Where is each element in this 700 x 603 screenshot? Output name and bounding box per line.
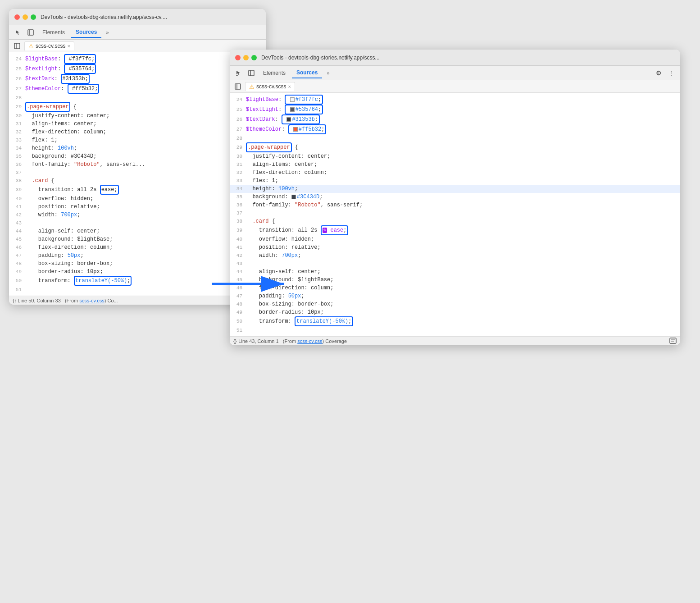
gear-icon-2[interactable]: ⚙	[653, 68, 664, 78]
color-swatch-535764[interactable]	[290, 107, 295, 112]
titlebar-2: DevTools - devtools-dbg-stories.netlify.…	[230, 50, 680, 66]
code-line2-38: 38 .card {	[230, 217, 680, 225]
svg-rect-5	[249, 70, 254, 76]
minimize-traffic-light-2[interactable]	[243, 55, 249, 60]
code-line-42: 42 width: 700px;	[9, 211, 266, 219]
file-tab-name-1: scss-cv.scss	[36, 43, 65, 49]
file-tabbar-2: ⚠ scss-cv.scss ×	[230, 80, 680, 93]
file-tab-2[interactable]: ⚠ scss-cv.scss ×	[245, 82, 295, 91]
traffic-lights-2	[235, 55, 257, 60]
panel-icon[interactable]	[25, 27, 36, 38]
code-line-41: 41 position: relative;	[9, 203, 266, 211]
color-swatch-f3f7fc[interactable]	[290, 97, 295, 102]
file-tab-close-2[interactable]: ×	[288, 84, 291, 89]
code-line2-50: 50 transform: translateY(-50%);	[230, 316, 680, 326]
code-line2-25: 25 $textLight: #535764;	[230, 105, 680, 114]
tab-elements-2[interactable]: Elements	[259, 68, 290, 78]
status-bar-1: {} Line 50, Column 33 (From scss-cv.css)…	[9, 296, 266, 305]
code-editor-2: 24 $lightBase: #f3f7fc; 25 $textLight: #…	[230, 93, 680, 336]
code-line2-28: 28	[230, 134, 680, 142]
code-line2-39: 39 transition: all 2s ✎ ease;	[230, 225, 680, 235]
more-options-2[interactable]: ⋮	[666, 68, 677, 78]
toolbar-right-2: ⚙ ⋮	[653, 68, 677, 78]
code-line2-47: 47 padding: 50px;	[230, 292, 680, 300]
code-line-28: 28	[9, 94, 266, 102]
code-line-46: 46 flex-direction: column;	[9, 243, 266, 251]
sidebar-toggle-2[interactable]	[232, 81, 243, 92]
close-traffic-light[interactable]	[14, 14, 20, 20]
code-line-38: 38 .card {	[9, 177, 266, 185]
file-tab-name-2: scss-cv.scss	[256, 83, 286, 90]
file-link-1[interactable]: scss-cv.css	[79, 298, 104, 303]
devtools-tabbar-1: Elements Sources »	[9, 25, 266, 40]
panel-icon-2[interactable]	[246, 68, 257, 78]
code-line-36: 36 font-family: "Roboto", sans-seri...	[9, 160, 266, 169]
status-bar-2: {} Line 43, Column 1 (From scss-cv.css) …	[230, 336, 680, 345]
close-traffic-light-2[interactable]	[235, 55, 241, 60]
tab-sources-2[interactable]: Sources	[292, 68, 322, 78]
code-line-37: 37	[9, 169, 266, 177]
sidebar-toggle-1[interactable]	[12, 41, 23, 51]
status-text-1: Line 50, Column 33 (From scss-cv.css) Co…	[18, 298, 118, 303]
code-line2-30: 30 justify-content: center;	[230, 152, 680, 160]
code-line-50: 50 transform: translateY(-50%);	[9, 276, 266, 286]
braces-icon-2: {}	[233, 338, 236, 344]
code-line2-44: 44 align-self: center;	[230, 268, 680, 276]
code-line-27: 27 $themeColor: #ff5b32;	[9, 84, 266, 94]
titlebar-1: DevTools - devtools-dbg-stories.netlify.…	[9, 9, 266, 25]
minimize-traffic-light[interactable]	[23, 14, 28, 20]
code-line2-48: 48 box-sizing: border-box;	[230, 300, 680, 308]
code-line2-46: 46 flex-direction: column;	[230, 284, 680, 292]
code-line-44: 44 align-self: center;	[9, 227, 266, 235]
more-tabs-2[interactable]: »	[324, 69, 332, 77]
file-tab-1[interactable]: ⚠ scss-cv.scss ×	[24, 41, 74, 50]
braces-icon-1: {}	[13, 298, 16, 303]
code-line2-35: 35 background: #3C434D;	[230, 193, 680, 201]
devtools-window-1: DevTools - devtools-dbg-stories.netlify.…	[9, 9, 266, 305]
code-line-47: 47 padding: 50px;	[9, 251, 266, 260]
code-line-31: 31 align-items: center;	[9, 120, 266, 128]
code-line2-32: 32 flex-direction: column;	[230, 169, 680, 177]
cursor-icon[interactable]	[13, 27, 23, 38]
code-line2-33: 33 flex: 1;	[230, 177, 680, 185]
color-swatch-ff5b32[interactable]	[293, 127, 298, 132]
maximize-traffic-light-2[interactable]	[251, 55, 257, 60]
code-line-33: 33 flex: 1;	[9, 136, 266, 144]
code-line-43: 43	[9, 219, 266, 227]
traffic-lights-1	[14, 14, 36, 20]
svg-rect-7	[235, 84, 241, 89]
code-line2-37: 37	[230, 209, 680, 217]
code-line-48: 48 box-sizing: border-box;	[9, 260, 266, 268]
file-tab-close-1[interactable]: ×	[67, 43, 70, 49]
devtools-window-2: DevTools - devtools-dbg-stories.netlify.…	[230, 50, 680, 345]
tab-sources-1[interactable]: Sources	[71, 27, 101, 38]
code-line-45: 45 background: $lightBase;	[9, 235, 266, 243]
more-tabs-1[interactable]: »	[103, 29, 111, 36]
code-line-29: 29 .page-wrapper {	[9, 102, 266, 112]
code-line2-41: 41 position: relative;	[230, 243, 680, 251]
code-line-35: 35 background: #3C434D;	[9, 152, 266, 160]
code-line2-45: 45 background: $lightBase;	[230, 276, 680, 284]
svg-rect-9	[670, 338, 676, 343]
coverage-icon[interactable]	[669, 338, 677, 345]
cursor-icon-2[interactable]	[233, 68, 244, 78]
code-line2-24: 24 $lightBase: #f3f7fc;	[230, 95, 680, 105]
warning-icon-1: ⚠	[28, 43, 34, 50]
code-line2-34: 34 height: 100vh;	[230, 185, 680, 193]
color-swatch-3C434D[interactable]	[291, 195, 296, 199]
code-line-34: 34 height: 100vh;	[9, 144, 266, 152]
maximize-traffic-light[interactable]	[31, 14, 36, 20]
tab-elements-1[interactable]: Elements	[38, 27, 69, 37]
code-line-25: 25 $textLight: #535764;	[9, 64, 266, 74]
svg-rect-0	[28, 30, 33, 35]
file-tabbar-1: ⚠ scss-cv.scss ×	[9, 40, 266, 52]
file-link-2[interactable]: scss-cv.css	[297, 338, 322, 344]
color-swatch-31353b[interactable]	[286, 117, 291, 122]
code-line-26: 26 $textDark: #31353b;	[9, 74, 266, 84]
code-line-24: 24 $lightBase: #f3f7fc;	[9, 54, 266, 64]
code-line2-51: 51	[230, 326, 680, 334]
window1-title: DevTools - devtools-dbg-stories.netlify.…	[41, 14, 167, 20]
code-line2-27: 27 $themeColor: #ff5b32;	[230, 124, 680, 134]
code-line2-36: 36 font-family: "Roboto", sans-serif;	[230, 201, 680, 209]
code-line-39: 39 transition: all 2s ease;	[9, 185, 266, 195]
